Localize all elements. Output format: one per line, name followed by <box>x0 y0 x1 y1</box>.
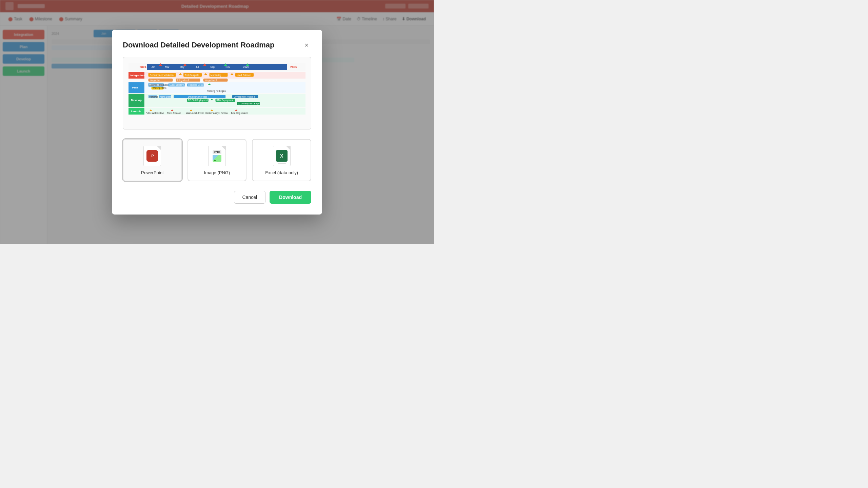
cancel-button[interactable]: Cancel <box>234 191 266 204</box>
svg-text:Prototype: Prototype <box>149 95 158 98</box>
download-button[interactable]: Download <box>270 191 311 204</box>
powerpoint-label: PowerPoint <box>141 170 163 175</box>
svg-text:Jul: Jul <box>196 65 199 68</box>
download-modal: Download Detailed Development Roadmap × … <box>112 30 322 215</box>
svg-text:Helpdesk Content Plan: Helpdesk Content Plan <box>188 84 210 86</box>
svg-text:Integration: Integration <box>130 74 144 77</box>
svg-text:Release Candidate: Release Candidate <box>220 63 238 63</box>
svg-text:May: May <box>180 65 184 68</box>
format-option-powerpoint[interactable]: P PowerPoint <box>123 139 182 181</box>
svg-text:V2 Development Begins: V2 Development Begins <box>238 102 261 105</box>
svg-text:Alpha Build: Alpha Build <box>160 95 171 98</box>
svg-text:Executive Decision: Executive Decision <box>180 63 199 63</box>
excel-icon-container: X <box>272 145 291 167</box>
svg-text:Mar: Mar <box>165 65 170 68</box>
svg-text:Load Balance: Load Balance <box>237 74 251 76</box>
svg-text:Integration III: Integration III <box>205 79 217 82</box>
svg-text:Integration I: Integration I <box>150 79 161 82</box>
close-button[interactable]: × <box>302 41 311 50</box>
svg-text:Assemble Resources: Assemble Resources <box>149 84 170 86</box>
svg-text:Monitoring: Monitoring <box>211 74 221 76</box>
powerpoint-icon: P <box>143 145 162 167</box>
svg-text:Launch: Launch <box>131 109 141 113</box>
modal-header: Download Detailed Development Roadmap × <box>123 41 311 50</box>
ppt-inner: P <box>146 150 158 162</box>
xls-inner: X <box>276 150 288 162</box>
png-icon-container: PNG <box>208 145 226 167</box>
svg-text:2025: 2025 <box>290 65 297 69</box>
svg-text:Working Plans: Working Plans <box>153 87 166 89</box>
svg-text:Final Release: Final Release <box>242 63 255 63</box>
svg-text:Performance Validation: Performance Validation <box>150 74 174 76</box>
svg-text:Nov: Nov <box>225 65 230 68</box>
format-option-png[interactable]: PNG Image (PNG) <box>188 139 247 181</box>
excel-label: Excel (data only) <box>265 170 298 175</box>
svg-text:WW Launch Event: WW Launch Event <box>186 112 203 114</box>
svg-text:2024: 2024 <box>139 65 146 69</box>
svg-text:Development Phase I: Development Phase I <box>188 95 209 98</box>
modal-title: Download Detailed Development Roadmap <box>123 41 274 49</box>
svg-text:Press Release: Press Release <box>167 112 181 114</box>
svg-text:Gartner Analyst Review: Gartner Analyst Review <box>205 112 228 115</box>
svg-text:Public Website Live: Public Website Live <box>145 112 164 114</box>
png-inner: PNG <box>213 150 221 162</box>
format-option-excel[interactable]: X Excel (data only) <box>252 139 311 181</box>
format-options: P PowerPoint PNG Image (PNG) <box>123 139 311 181</box>
svg-text:Test Complete: Test Complete <box>185 74 199 76</box>
png-label: Image (PNG) <box>204 170 230 175</box>
svg-text:Beta Release: Beta Release <box>200 63 213 63</box>
svg-text:Jan: Jan <box>152 65 156 68</box>
svg-text:RC Pilot Deployment: RC Pilot Deployment <box>188 99 208 102</box>
svg-text:Plan: Plan <box>132 86 138 89</box>
svg-text:Sep: Sep <box>210 65 215 68</box>
svg-text:Subcontractor Select.: Subcontractor Select. <box>170 84 190 86</box>
gantt-preview-svg: 2024 2025 Jan Mar May Jul Sep Nov 2025 E… <box>129 63 305 124</box>
svg-text:RTW Deployment: RTW Deployment <box>216 99 233 102</box>
modal-overlay: Download Detailed Development Roadmap × … <box>0 0 434 244</box>
svg-text:Beta Blog Launch: Beta Blog Launch <box>231 112 248 115</box>
svg-text:Planning R2 Begins: Planning R2 Begins <box>207 90 225 93</box>
gantt-preview-area: 2024 2025 Jan Mar May Jul Sep Nov 2025 E… <box>123 57 311 129</box>
svg-text:2025: 2025 <box>243 65 249 68</box>
svg-text:Development Phase II: Development Phase II <box>234 95 255 98</box>
modal-footer: Cancel Download <box>123 191 311 204</box>
svg-text:Executive Review: Executive Review <box>156 63 173 63</box>
svg-text:Develop: Develop <box>131 99 141 102</box>
svg-text:Integration II: Integration II <box>177 79 189 82</box>
